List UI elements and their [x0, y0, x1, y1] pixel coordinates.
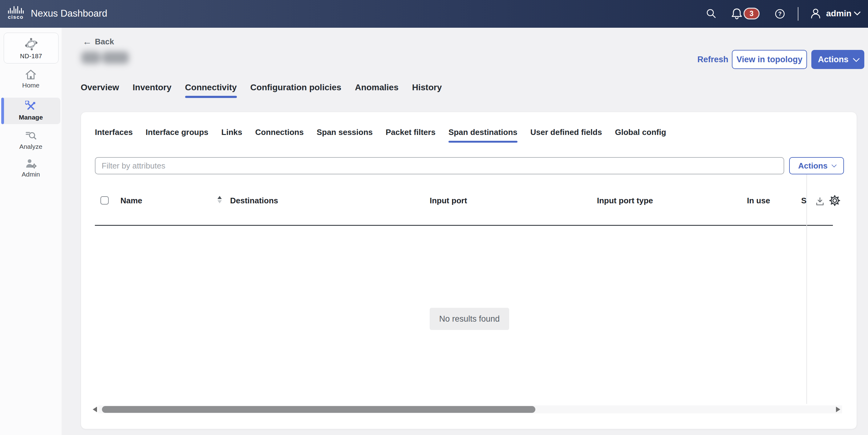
user-menu-chevron-icon[interactable] [854, 11, 861, 16]
topbar-divider [798, 7, 798, 21]
svg-text:?: ? [778, 11, 782, 17]
back-label: Back [95, 37, 114, 46]
table-header-divider [95, 225, 833, 226]
cisco-logo-text: cisco [5, 14, 27, 20]
analyze-search-icon [25, 130, 37, 141]
chevron-down-icon [831, 162, 837, 167]
subtab-span-sessions[interactable]: Span sessions [317, 128, 373, 137]
selected-nav-indicator [1, 98, 4, 124]
manage-tools-icon [25, 101, 36, 112]
top-bar: cisco Nexus Dashboard 3 ? admin [0, 0, 868, 28]
column-settings-gear-icon[interactable] [829, 195, 841, 207]
sidebar-item-home[interactable]: Home [0, 69, 62, 94]
connectivity-panel: Interfaces Interface groups Links Connec… [81, 112, 857, 429]
subtab-user-defined-fields[interactable]: User defined fields [530, 128, 602, 137]
page-actions-label: Actions [818, 55, 848, 64]
subtab-interface-groups[interactable]: Interface groups [146, 128, 209, 137]
search-icon[interactable] [706, 8, 717, 19]
sidebar-item-label: Manage [19, 114, 43, 121]
username-label[interactable]: admin [826, 9, 851, 19]
tab-history[interactable]: History [412, 83, 442, 96]
cluster-tile[interactable]: ND-187 [4, 33, 59, 63]
table-actions-button[interactable]: Actions [789, 157, 844, 174]
back-arrow-icon: ← [83, 36, 92, 47]
horizontal-scrollbar-thumb[interactable] [102, 406, 535, 413]
filter-input[interactable] [95, 157, 784, 174]
admin-user-gear-icon [25, 158, 37, 169]
help-icon[interactable]: ? [774, 8, 786, 20]
notifications-bell-icon[interactable] [731, 7, 743, 20]
cluster-name: ND-187 [20, 53, 42, 60]
column-header-name[interactable]: Name [120, 196, 142, 206]
sidebar-item-admin[interactable]: Admin [0, 158, 62, 183]
view-in-topology-label: View in topology [737, 55, 802, 64]
download-icon[interactable] [815, 196, 825, 207]
subtab-global-config[interactable]: Global config [615, 128, 666, 137]
select-all-checkbox[interactable] [100, 196, 109, 205]
view-in-topology-button[interactable]: View in topology [732, 50, 807, 69]
empty-state-message: No results found [430, 308, 509, 330]
user-avatar-icon[interactable] [809, 7, 822, 20]
cluster-network-icon [24, 37, 38, 52]
table-actions-label: Actions [798, 161, 827, 171]
connectivity-subtabs: Interfaces Interface groups Links Connec… [95, 128, 666, 137]
column-header-input-port[interactable]: Input port [430, 196, 467, 206]
subtab-links[interactable]: Links [221, 128, 242, 137]
column-header-truncated[interactable]: S [801, 196, 806, 206]
back-button[interactable]: ← Back [83, 36, 114, 47]
sidebar: ND-187 Home Manage Analyze [0, 28, 62, 435]
column-header-in-use[interactable]: In use [747, 196, 770, 206]
tab-anomalies[interactable]: Anomalies [355, 83, 399, 96]
cisco-logo: cisco [5, 5, 27, 20]
tab-inventory[interactable]: Inventory [133, 83, 172, 96]
subtab-connections[interactable]: Connections [255, 128, 303, 137]
subtab-packet-filters[interactable]: Packet filters [385, 128, 436, 137]
column-header-destinations[interactable]: Destinations [230, 196, 278, 206]
sidebar-item-label: Admin [22, 171, 40, 178]
sort-descending-icon [217, 200, 222, 203]
sort-toggle[interactable] [217, 196, 222, 203]
app-title: Nexus Dashboard [31, 8, 107, 19]
scroll-right-arrow[interactable] [836, 407, 840, 412]
sort-ascending-icon [217, 196, 222, 199]
main-tabs: Overview Inventory Connectivity Configur… [81, 83, 442, 96]
notification-count-badge[interactable]: 3 [744, 8, 760, 20]
page-actions-button[interactable]: Actions [811, 50, 864, 69]
column-header-input-port-type[interactable]: Input port type [597, 196, 653, 206]
subtab-span-destinations[interactable]: Span destinations [448, 128, 518, 137]
scroll-left-arrow[interactable] [93, 407, 97, 412]
subtab-interfaces[interactable]: Interfaces [95, 128, 133, 137]
sidebar-item-label: Home [22, 82, 39, 89]
cisco-logo-bars [5, 5, 27, 13]
tab-overview[interactable]: Overview [81, 83, 119, 96]
refresh-button[interactable]: Refresh [698, 55, 728, 64]
chevron-down-icon [852, 55, 860, 62]
pinned-column-divider [806, 174, 807, 404]
sidebar-item-label: Analyze [20, 143, 42, 150]
home-icon [25, 69, 37, 80]
sidebar-item-analyze[interactable]: Analyze [0, 130, 62, 155]
page-title-redacted [81, 49, 131, 66]
tab-connectivity[interactable]: Connectivity [185, 83, 237, 96]
tab-configuration-policies[interactable]: Configuration policies [250, 83, 342, 96]
sidebar-item-manage[interactable]: Manage [1, 98, 60, 124]
